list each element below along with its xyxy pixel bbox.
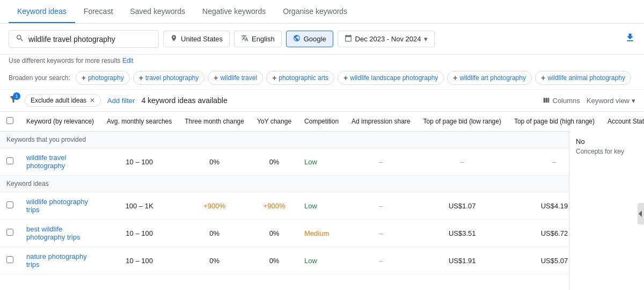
row-checkbox[interactable] <box>6 157 13 164</box>
keyword-cell[interactable]: best wildlife photography trips <box>20 220 100 247</box>
keyword-cell[interactable]: wildlife photography trips <box>20 192 100 220</box>
select-all-checkbox[interactable] <box>6 117 13 124</box>
add-filter-button[interactable]: Add filter <box>107 97 135 105</box>
exclude-close-icon[interactable]: ✕ <box>90 97 95 104</box>
filter-badge: 1 <box>13 92 20 100</box>
three-month-cell: 0% <box>178 247 251 274</box>
plus-icon: + <box>139 74 143 82</box>
ad-impression-cell: – <box>345 247 416 274</box>
collapse-handle[interactable] <box>638 203 644 224</box>
tab-negative-keywords[interactable]: Negative keywords <box>194 1 274 23</box>
col-account-status: Account Status <box>601 112 644 132</box>
col-avg-monthly: Avg. monthly searches <box>100 112 178 132</box>
three-month-cell: 0% <box>178 220 251 247</box>
competition-cell: Low <box>298 148 345 176</box>
col-bid-high: Top of page bid (high range) <box>508 112 601 132</box>
main-wrapper: Keyword (by relevance) Avg. monthly sear… <box>0 112 644 290</box>
no-concepts-label: No <box>576 137 638 146</box>
col-ad-impression: Ad impression share <box>345 112 416 132</box>
plus-icon: + <box>214 74 218 82</box>
bid-low-cell: US$1.91 <box>416 247 507 274</box>
plus-icon: + <box>453 74 457 82</box>
filter-row: 1 Exclude adult ideas ✕ Add filter 4 key… <box>0 90 644 112</box>
chip-label: photographic arts <box>279 74 328 82</box>
avg-monthly-cell: 10 – 100 <box>100 220 178 247</box>
plus-icon: + <box>343 74 348 82</box>
right-controls: Columns Keyword view ▾ <box>542 96 636 105</box>
network-filter[interactable]: Google <box>286 31 333 47</box>
section-header-ideas: Keyword ideas <box>0 176 644 192</box>
exclude-adult-pill: Exclude adult ideas ✕ <box>25 94 101 107</box>
section-title-provided: Keywords that you provided <box>0 132 644 148</box>
calendar-icon <box>345 34 352 44</box>
row-checkbox-cell[interactable] <box>0 247 20 274</box>
table-container[interactable]: Keyword (by relevance) Avg. monthly sear… <box>0 112 644 290</box>
row-checkbox-cell[interactable] <box>0 148 20 176</box>
plus-icon: + <box>541 74 545 82</box>
ad-impression-cell: – <box>345 148 416 176</box>
bid-low-cell: US$3.51 <box>416 220 507 247</box>
keyword-link[interactable]: nature photography trips <box>26 252 87 269</box>
row-checkbox[interactable] <box>6 256 13 263</box>
competition-cell: Low <box>298 192 345 220</box>
tab-keyword-ideas[interactable]: Keyword ideas <box>9 1 75 23</box>
search-row: wildlife travel photography United State… <box>0 24 644 55</box>
col-yoy: YoY change <box>251 112 298 132</box>
row-checkbox[interactable] <box>6 201 13 208</box>
chip-travel-photography[interactable]: + travel photography <box>133 71 205 85</box>
location-icon <box>170 34 178 44</box>
date-filter[interactable]: Dec 2023 - Nov 2024 ▾ <box>338 31 435 47</box>
keyword-link[interactable]: best wildlife photography trips <box>26 225 80 241</box>
yoy-cell: 0% <box>251 247 298 274</box>
keyword-link[interactable]: wildlife photography trips <box>26 198 88 214</box>
location-label: United States <box>181 35 223 43</box>
chip-photographic-arts[interactable]: + photographic arts <box>266 71 334 85</box>
avg-monthly-cell: 10 – 100 <box>100 247 178 274</box>
select-all-header[interactable] <box>0 112 20 132</box>
three-month-cell: 0% <box>178 148 251 176</box>
row-checkbox-cell[interactable] <box>0 220 20 247</box>
keyword-view-label: Keyword view <box>587 97 630 105</box>
table-row: nature photography trips 10 – 100 0% 0% … <box>0 247 644 274</box>
keyword-link[interactable]: wildlife travel photography <box>26 154 66 170</box>
tab-organise-keywords[interactable]: Organise keywords <box>274 1 356 23</box>
location-filter[interactable]: United States <box>163 31 230 47</box>
broaden-row: Broaden your search: + photography + tra… <box>0 67 644 90</box>
top-nav: Keyword ideas Forecast Saved keywords Ne… <box>0 0 644 24</box>
broaden-label: Broaden your search: <box>9 74 70 82</box>
columns-button[interactable]: Columns <box>542 96 580 105</box>
ad-impression-cell: – <box>345 220 416 247</box>
use-different-keywords: Use different keywords for more results … <box>0 55 644 67</box>
row-checkbox[interactable] <box>6 229 13 236</box>
plus-icon: + <box>82 74 86 82</box>
chevron-down-icon: ▾ <box>632 97 635 105</box>
language-filter[interactable]: English <box>234 31 282 47</box>
search-input[interactable]: wildlife travel photography <box>28 35 152 44</box>
col-three-month: Three month change <box>178 112 251 132</box>
search-box[interactable]: wildlife travel photography <box>9 30 159 48</box>
chip-wildlife-landscape[interactable]: + wildlife landscape photography <box>338 71 444 85</box>
download-button[interactable] <box>625 32 635 46</box>
ideas-count: 4 keyword ideas available <box>141 96 227 105</box>
refine-panel: Refine keywo No Concepts for key <box>569 112 644 290</box>
keyword-cell[interactable]: wildlife travel photography <box>20 148 100 176</box>
search-icon <box>16 34 24 44</box>
chip-wildlife-art[interactable]: + wildlife art photography <box>447 71 532 85</box>
chip-wildlife-travel[interactable]: + wildlife travel <box>208 71 263 85</box>
chip-photography[interactable]: + photography <box>76 71 130 85</box>
chip-label: photography <box>88 74 124 82</box>
avg-monthly-cell: 100 – 1K <box>100 192 178 220</box>
tab-forecast[interactable]: Forecast <box>75 1 121 23</box>
tab-saved-keywords[interactable]: Saved keywords <box>121 1 194 23</box>
exclude-label: Exclude adult ideas <box>31 97 86 104</box>
columns-label: Columns <box>553 97 580 105</box>
chip-label: wildlife travel <box>220 74 257 82</box>
chip-wildlife-animal[interactable]: + wildlife animal photography <box>535 71 631 85</box>
chip-label: wildlife landscape photography <box>350 74 438 82</box>
edit-link[interactable]: Edit <box>122 57 134 64</box>
section-title-ideas: Keyword ideas <box>0 176 644 192</box>
row-checkbox-cell[interactable] <box>0 192 20 220</box>
keyword-cell[interactable]: nature photography trips <box>20 247 100 274</box>
keyword-view-button[interactable]: Keyword view ▾ <box>587 97 635 105</box>
col-keyword: Keyword (by relevance) <box>20 112 100 132</box>
